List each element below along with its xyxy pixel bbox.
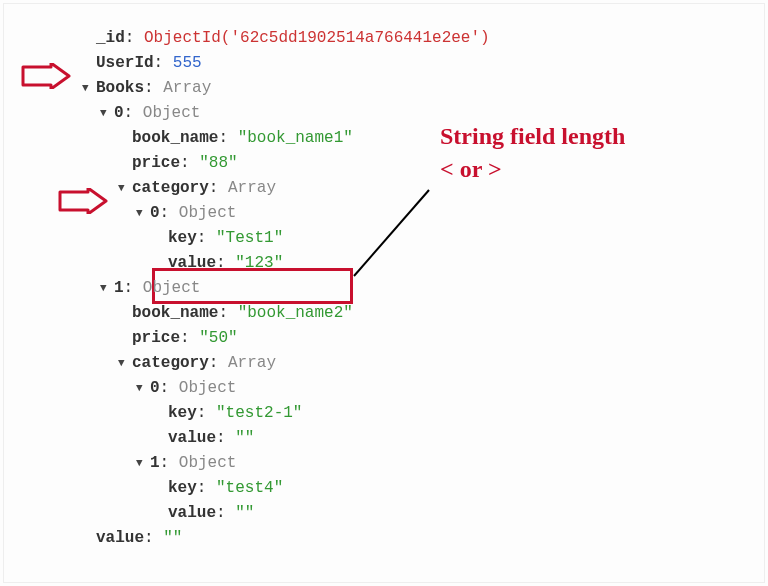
document-tree: _id: ObjectId('62c5dd1902514a766441e2ee'… bbox=[4, 4, 764, 551]
field-category[interactable]: ▼category: Array bbox=[96, 351, 764, 376]
caret-down-icon: ▼ bbox=[118, 351, 128, 376]
field-value-highlighted: value: "123" bbox=[96, 251, 764, 276]
field-price: price: "50" bbox=[96, 326, 764, 351]
field-category[interactable]: ▼category: Array bbox=[96, 176, 764, 201]
field-key: key: "test2-1" bbox=[96, 401, 764, 426]
category-item-0[interactable]: ▼0: Object bbox=[96, 376, 764, 401]
books-item-1[interactable]: ▼1: Object bbox=[96, 276, 764, 301]
field-id: _id: ObjectId('62c5dd1902514a766441e2ee'… bbox=[96, 26, 764, 51]
field-value: value: "" bbox=[96, 501, 764, 526]
category-item-1[interactable]: ▼1: Object bbox=[96, 451, 764, 476]
books-item-0[interactable]: ▼0: Object bbox=[96, 101, 764, 126]
category-item-0[interactable]: ▼0: Object bbox=[96, 201, 764, 226]
field-books[interactable]: ▼Books: Array bbox=[96, 76, 764, 101]
field-key: key: "test4" bbox=[96, 476, 764, 501]
field-key: key: "Test1" bbox=[96, 226, 764, 251]
caret-down-icon: ▼ bbox=[136, 201, 146, 226]
caret-down-icon: ▼ bbox=[100, 276, 110, 301]
caret-down-icon: ▼ bbox=[136, 451, 146, 476]
field-book-name: book_name: "book_name2" bbox=[96, 301, 764, 326]
field-book-name: book_name: "book_name1" bbox=[96, 126, 764, 151]
field-value: value: "" bbox=[96, 426, 764, 451]
field-userid: UserId: 555 bbox=[96, 51, 764, 76]
caret-down-icon: ▼ bbox=[82, 76, 92, 101]
field-value-tail: value: "" bbox=[96, 526, 764, 551]
caret-down-icon: ▼ bbox=[136, 376, 146, 401]
caret-down-icon: ▼ bbox=[118, 176, 128, 201]
caret-down-icon: ▼ bbox=[100, 101, 110, 126]
field-price: price: "88" bbox=[96, 151, 764, 176]
